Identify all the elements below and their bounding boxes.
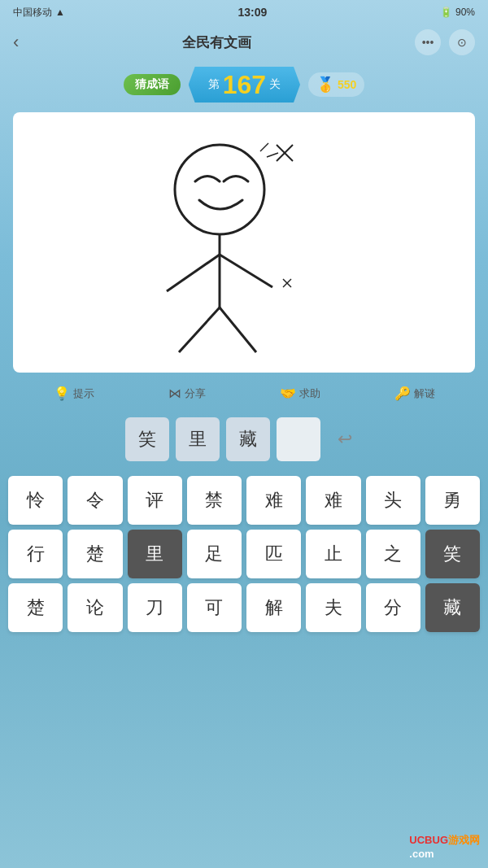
svg-line-11 [267,153,278,157]
hint-icon: 💡 [54,386,70,401]
char-button-22[interactable]: 分 [366,583,420,632]
watermark-domain: .com [409,848,434,860]
svg-line-5 [220,308,256,352]
drawing-area [13,112,475,373]
char-button-2[interactable]: 评 [128,476,182,525]
watermark: UCBUG游戏网 .com [409,833,480,860]
char-button-10[interactable]: 里 [128,530,182,578]
char-button-15[interactable]: 笑 [425,530,480,578]
watermark-suffix: 游戏网 [448,834,480,846]
nav-title: 全民有文画 [182,33,251,52]
wifi-icon: ▲ [55,7,65,18]
share-label: 分享 [185,386,206,401]
answer-slot-1[interactable]: 笑 [125,417,169,461]
char-button-16[interactable]: 楚 [8,583,63,632]
status-bar: 中国移动 ▲ 13:09 🔋 90% [0,0,488,24]
hint-button[interactable]: 💡 提示 [54,386,94,401]
char-button-21[interactable]: 夫 [306,583,360,632]
char-button-6[interactable]: 头 [366,476,420,525]
hint-label: 提示 [73,386,94,401]
svg-point-0 [175,145,264,234]
char-button-8[interactable]: 行 [8,530,63,578]
level-banner: 第 167 关 [189,67,300,103]
carrier-text: 中国移动 [13,6,52,20]
svg-line-10 [260,143,268,151]
coin-count: 550 [338,78,356,91]
char-button-5[interactable]: 难 [306,476,360,525]
char-button-7[interactable]: 勇 [425,476,480,525]
coin-icon: 🥇 [316,76,334,94]
solve-button[interactable]: 🔑 解谜 [394,386,435,401]
back-button[interactable]: ‹ [13,32,19,53]
help-icon: 🤝 [280,386,296,401]
record-button[interactable]: ⊙ [449,29,475,55]
guess-badge: 猜成语 [124,74,181,95]
svg-line-2 [167,255,220,291]
char-button-17[interactable]: 论 [68,583,122,632]
status-left: 中国移动 ▲ [13,6,65,20]
time-display: 13:09 [238,6,268,19]
battery-text: 90% [455,7,475,18]
share-icon: ⋈ [168,386,181,401]
char-button-3[interactable]: 禁 [187,476,242,525]
char-button-18[interactable]: 刀 [128,583,182,632]
char-button-19[interactable]: 可 [187,583,242,632]
char-button-23[interactable]: 藏 [425,583,480,632]
character-grid: 怜令评禁难难头勇行楚里足匹止之笑楚论刀可解夫分藏 [0,473,488,635]
char-button-9[interactable]: 楚 [68,530,122,578]
answer-row: 笑 里 藏 ↩ [0,412,488,466]
help-button[interactable]: 🤝 求助 [280,386,320,401]
more-button[interactable]: ••• [415,29,441,55]
char-button-12[interactable]: 匹 [246,530,301,578]
char-button-20[interactable]: 解 [246,583,301,632]
status-right: 🔋 90% [440,7,475,18]
svg-line-4 [179,308,220,352]
char-button-13[interactable]: 止 [306,530,360,578]
char-button-11[interactable]: 足 [187,530,242,578]
svg-line-3 [220,255,272,287]
char-button-14[interactable]: 之 [366,530,420,578]
nav-bar: ‹ 全民有文画 ••• ⊙ [0,24,488,60]
share-button[interactable]: ⋈ 分享 [168,386,206,401]
backspace-button[interactable]: ↩ [327,421,363,457]
answer-slot-2[interactable]: 里 [176,417,220,461]
solve-label: 解谜 [414,386,435,401]
answer-slot-4[interactable] [277,417,320,461]
char-button-4[interactable]: 难 [246,476,301,525]
nav-actions: ••• ⊙ [415,29,475,55]
level-header: 猜成语 第 167 关 🥇 550 [0,60,488,109]
coin-badge: 🥇 550 [308,72,364,97]
answer-slot-3[interactable]: 藏 [226,417,270,461]
stick-figure-svg [13,112,475,373]
char-button-1[interactable]: 令 [68,476,122,525]
watermark-brand: UCBUG [409,834,448,846]
action-buttons: 💡 提示 ⋈ 分享 🤝 求助 🔑 解谜 [0,381,488,406]
solve-icon: 🔑 [394,386,411,401]
level-number: 167 [223,72,266,98]
help-label: 求助 [299,386,320,401]
char-button-0[interactable]: 怜 [8,476,63,525]
level-suffix: 关 [269,77,281,92]
level-prefix: 第 [208,77,220,92]
battery-icon: 🔋 [440,7,452,18]
